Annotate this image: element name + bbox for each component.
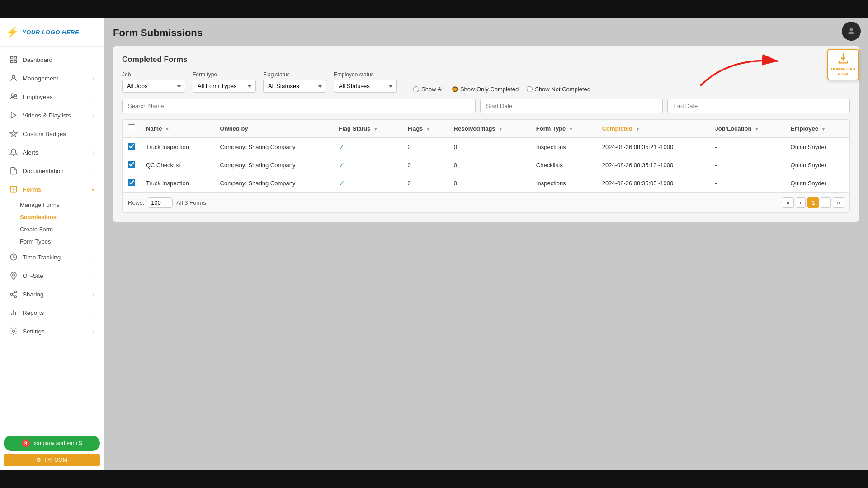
management-icon bbox=[9, 74, 18, 83]
sidebar-item-management[interactable]: Management › bbox=[3, 69, 101, 87]
select-all-checkbox[interactable] bbox=[128, 124, 135, 131]
row-job-location: - bbox=[710, 156, 785, 174]
page-next-button[interactable]: › bbox=[821, 197, 830, 208]
sharing-icon bbox=[9, 290, 18, 299]
sidebar-item-label-docs: Documentation bbox=[23, 168, 89, 174]
sort-arrow-completed: ▼ bbox=[636, 127, 640, 131]
row-completed: 2024-08-26 08:35:13 -1000 bbox=[597, 156, 710, 174]
job-filter-group: Job All Jobs bbox=[122, 71, 185, 93]
sidebar-item-time-tracking[interactable]: Time Tracking › bbox=[3, 248, 101, 266]
svg-point-13 bbox=[13, 274, 15, 276]
videos-icon bbox=[9, 111, 18, 120]
main-content: Form Submissions DOWNLOADPDFs bbox=[104, 18, 868, 470]
radio-show-all[interactable]: Show All bbox=[413, 86, 444, 93]
form-type-filter-label: Form type bbox=[193, 71, 256, 78]
header-form-type[interactable]: Form Type ▼ bbox=[531, 120, 597, 138]
page-last-button[interactable]: » bbox=[833, 197, 844, 208]
chevron-icon-docs: › bbox=[93, 169, 94, 174]
chevron-icon-employees: › bbox=[93, 94, 94, 99]
svg-point-5 bbox=[11, 94, 14, 96]
sidebar-item-label-badges: Custom Badges bbox=[23, 131, 94, 137]
header-employee[interactable]: Employee ▼ bbox=[785, 120, 849, 138]
rows-input[interactable] bbox=[148, 197, 173, 208]
header-flags[interactable]: Flags ▼ bbox=[402, 120, 448, 138]
sidebar-nav: Dashboard Management › Employees › bbox=[0, 47, 104, 432]
pagination: « ‹ 1 › » bbox=[783, 197, 844, 208]
sidebar-item-custom-badges[interactable]: Custom Badges bbox=[3, 125, 101, 143]
row-checkbox-cell bbox=[123, 156, 141, 174]
row-checkbox[interactable] bbox=[128, 143, 135, 150]
user-avatar[interactable] bbox=[842, 22, 861, 41]
svg-rect-0 bbox=[10, 56, 13, 59]
forms-icon bbox=[9, 185, 18, 194]
employee-status-filter-select[interactable]: All Statuses bbox=[334, 80, 397, 93]
header-name[interactable]: Name ▼ bbox=[141, 120, 215, 138]
sort-arrow-name: ▼ bbox=[165, 127, 170, 131]
form-type-filter-select[interactable]: All Form Types bbox=[193, 80, 256, 93]
sidebar-item-forms[interactable]: Forms ∨ bbox=[3, 180, 101, 198]
radio-show-not-completed[interactable]: Show Not Completed bbox=[527, 86, 590, 93]
sidebar-sub-submissions[interactable]: Submissions bbox=[20, 211, 104, 223]
rows-label: Rows: bbox=[128, 199, 144, 206]
sidebar-item-sharing[interactable]: Sharing › bbox=[3, 285, 101, 303]
row-resolved-flags: 0 bbox=[448, 156, 531, 174]
row-flags: 0 bbox=[402, 156, 448, 174]
download-pdf-button[interactable]: DOWNLOADPDFs bbox=[827, 49, 859, 80]
header-resolved-flags[interactable]: Resolved flags ▼ bbox=[448, 120, 531, 138]
sidebar-item-videos[interactable]: Videos & Playlists › bbox=[3, 106, 101, 124]
sidebar-item-onsite[interactable]: On-Site › bbox=[3, 267, 101, 285]
sidebar-sub-form-types[interactable]: Form Types bbox=[20, 235, 104, 248]
row-checkbox[interactable] bbox=[128, 179, 135, 186]
documentation-icon bbox=[9, 166, 18, 175]
header-job-location[interactable]: Job/Location ▼ bbox=[710, 120, 785, 138]
search-name-input[interactable] bbox=[122, 99, 476, 113]
tyfoom-label: TYFOOM bbox=[44, 457, 67, 463]
radio-show-completed[interactable]: Show Only Completed bbox=[452, 86, 519, 93]
logo-bolt-icon: ⚡ bbox=[6, 26, 19, 38]
chevron-icon-forms: ∨ bbox=[91, 187, 94, 192]
chevron-icon: › bbox=[93, 76, 94, 81]
svg-point-14 bbox=[14, 291, 17, 293]
row-name: QC Checklist bbox=[141, 156, 215, 174]
sort-arrow-job: ▼ bbox=[755, 127, 759, 131]
promo-button[interactable]: 9 company and earn $ bbox=[4, 436, 100, 451]
svg-line-17 bbox=[12, 295, 14, 296]
sidebar-item-employees[interactable]: Employees › bbox=[3, 88, 101, 106]
sidebar-sub-create-form[interactable]: Create Form bbox=[20, 223, 104, 235]
sidebar-item-label-dashboard: Dashboard bbox=[23, 56, 94, 63]
header-flag-status[interactable]: Flag Status ▼ bbox=[333, 120, 402, 138]
page-1-button[interactable]: 1 bbox=[807, 197, 819, 208]
row-employee: Quinn Snyder bbox=[785, 174, 849, 192]
job-filter-select[interactable]: All Jobs bbox=[122, 80, 185, 93]
chevron-icon-reports: › bbox=[93, 310, 94, 315]
sidebar-item-label-onsite: On-Site bbox=[23, 272, 89, 279]
sidebar-item-settings[interactable]: Settings › bbox=[3, 322, 101, 340]
tyfoom-button[interactable]: ⚙ TYFOOM bbox=[4, 454, 100, 466]
end-date-input[interactable] bbox=[667, 99, 850, 113]
svg-point-16 bbox=[14, 296, 17, 298]
total-label: All 3 Forms bbox=[176, 199, 206, 206]
filters-row: Job All Jobs Form type All Form Types Fl… bbox=[122, 71, 850, 93]
row-checkbox[interactable] bbox=[128, 161, 135, 168]
flag-status-filter-select[interactable]: All Statuses bbox=[263, 80, 326, 93]
page-first-button[interactable]: « bbox=[783, 197, 794, 208]
sidebar-sub-manage-forms[interactable]: Manage Forms bbox=[20, 199, 104, 211]
row-owned-by: Company: Sharing Company bbox=[215, 174, 334, 192]
sidebar-item-dashboard[interactable]: Dashboard bbox=[3, 51, 101, 69]
sidebar-item-reports[interactable]: Reports › bbox=[3, 304, 101, 322]
page-prev-button[interactable]: ‹ bbox=[796, 197, 806, 208]
sidebar-item-documentation[interactable]: Documentation › bbox=[3, 162, 101, 180]
table-footer: Rows: All 3 Forms « ‹ 1 › » bbox=[123, 192, 849, 212]
svg-rect-1 bbox=[14, 56, 17, 59]
table-row: Truck Inspection Company: Sharing Compan… bbox=[123, 138, 849, 156]
sidebar-item-alerts[interactable]: Alerts › bbox=[3, 143, 101, 161]
form-type-filter-group: Form type All Form Types bbox=[193, 71, 256, 93]
svg-rect-2 bbox=[10, 61, 13, 63]
row-flag-status: ✓ bbox=[333, 138, 402, 156]
forms-submenu: Manage Forms Submissions Create Form For… bbox=[0, 199, 104, 248]
content-panel: Completed Forms Job All Jobs Form type A… bbox=[113, 46, 859, 222]
svg-marker-7 bbox=[11, 112, 16, 118]
header-completed[interactable]: Completed ▼ bbox=[597, 120, 710, 138]
start-date-input[interactable] bbox=[480, 99, 663, 113]
row-job-location: - bbox=[710, 174, 785, 192]
